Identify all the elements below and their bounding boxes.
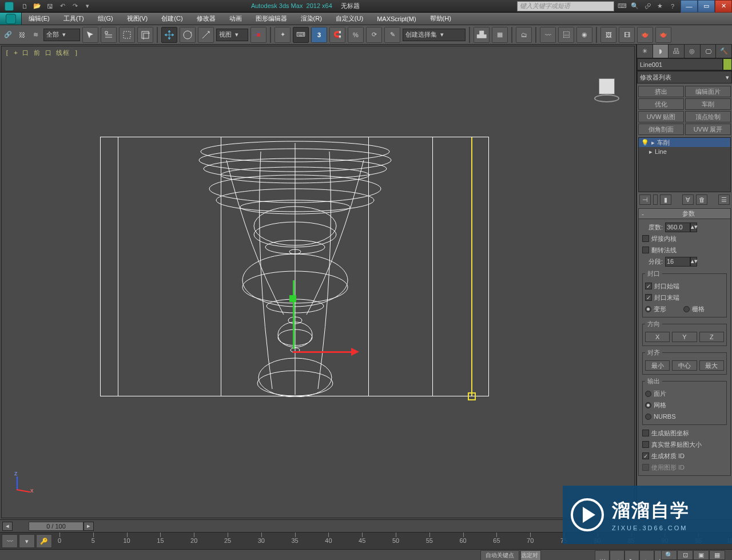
cap-end-checkbox[interactable] bbox=[645, 294, 652, 301]
material-editor-icon[interactable]: ◉ bbox=[576, 27, 592, 43]
display-tab-icon[interactable]: 🖵 bbox=[701, 45, 717, 58]
vertex-handle[interactable] bbox=[468, 392, 476, 400]
object-name-input[interactable] bbox=[637, 58, 723, 70]
menu-maxscript[interactable]: MAXScript(M) bbox=[370, 13, 423, 25]
zoom-icon[interactable]: 🔍 bbox=[661, 550, 677, 560]
select-rotate-icon[interactable] bbox=[180, 27, 196, 43]
cap-start-checkbox[interactable] bbox=[645, 283, 652, 289]
app-icon[interactable] bbox=[2, 1, 16, 12]
menu-create[interactable]: 创建(C) bbox=[154, 13, 189, 25]
play-icon[interactable]: ▶ bbox=[624, 550, 639, 560]
object-color-swatch[interactable] bbox=[723, 58, 732, 70]
flip-normals-checkbox[interactable] bbox=[642, 247, 649, 253]
render-setup-icon[interactable]: 🖼 bbox=[600, 27, 616, 43]
search-input[interactable]: 键入关键字或短语 bbox=[517, 1, 614, 11]
mini-curve-editor-icon[interactable]: 〰 bbox=[2, 534, 18, 548]
qat-new-icon[interactable]: 🗋 bbox=[18, 1, 31, 12]
out-nurbs-radio[interactable] bbox=[645, 414, 651, 420]
viewport[interactable]: [ + 口 前 口 线框 ] bbox=[1, 46, 635, 518]
percent-snap-icon[interactable]: % bbox=[348, 27, 364, 43]
menu-grapheditors[interactable]: 图形编辑器 bbox=[249, 13, 294, 25]
qat-undo-icon[interactable]: ↶ bbox=[56, 1, 69, 12]
communication-icon[interactable]: 🗪 bbox=[642, 1, 653, 12]
qat-redo-icon[interactable]: ↷ bbox=[69, 1, 81, 12]
layer-manager-icon[interactable]: 🗂 bbox=[516, 27, 532, 43]
mod-bevelprofile[interactable]: 倒角剖面 bbox=[638, 124, 684, 135]
cap-grid-radio[interactable] bbox=[683, 306, 690, 312]
gen-map-checkbox[interactable] bbox=[642, 430, 649, 436]
selected-only-combo[interactable]: 选定对 bbox=[520, 550, 541, 560]
time-thumb[interactable]: 0 / 100 bbox=[29, 522, 83, 531]
create-tab-icon[interactable]: ✳ bbox=[637, 45, 653, 58]
align-max-button[interactable]: 最大 bbox=[699, 360, 724, 371]
cap-morph-radio[interactable] bbox=[645, 306, 651, 312]
key-mode-icon[interactable]: 🔑 bbox=[36, 534, 52, 548]
segments-spinner[interactable]: ▴▾ bbox=[665, 257, 697, 267]
rendered-frame-icon[interactable]: 🎞 bbox=[619, 27, 635, 43]
remove-modifier-icon[interactable]: 🗑 bbox=[696, 194, 707, 205]
hierarchy-tab-icon[interactable]: 品 bbox=[669, 45, 685, 58]
bind-spacewarp-icon[interactable]: ≋ bbox=[30, 28, 41, 42]
application-menu-button[interactable] bbox=[0, 13, 22, 25]
utilities-tab-icon[interactable]: 🔨 bbox=[716, 45, 732, 58]
menu-tools[interactable]: 工具(T) bbox=[57, 13, 91, 25]
configure-sets-icon[interactable]: ☰ bbox=[718, 194, 730, 205]
snap-toggle-icon[interactable]: 3 bbox=[311, 27, 327, 43]
window-crossing-icon[interactable] bbox=[137, 27, 153, 43]
pin-stack-icon[interactable]: ⊣ bbox=[639, 194, 651, 205]
spinner-snap-icon[interactable]: ⟳ bbox=[366, 27, 382, 43]
menu-rendering[interactable]: 渲染(R) bbox=[294, 13, 329, 25]
prev-frame-icon[interactable]: ◂ bbox=[610, 550, 624, 560]
select-region-rect-icon[interactable] bbox=[119, 27, 135, 43]
auto-key-button[interactable]: 自动关键点 bbox=[480, 550, 519, 560]
gizmo-y-axis[interactable] bbox=[293, 280, 295, 349]
render-iterative-icon[interactable]: 🫖 bbox=[655, 27, 671, 43]
close-button[interactable]: ✕ bbox=[715, 0, 732, 13]
render-production-icon[interactable]: 🫖 bbox=[637, 27, 653, 43]
link-icon[interactable]: 🔗 bbox=[2, 28, 14, 42]
selection-filter-combo[interactable]: 全部▾ bbox=[43, 29, 80, 41]
mirror-icon[interactable]: ▟▙ bbox=[474, 27, 490, 43]
dir-z-button[interactable]: Z bbox=[699, 332, 724, 342]
filter-icon[interactable]: ▾ bbox=[19, 534, 35, 548]
motion-tab-icon[interactable]: ◎ bbox=[685, 45, 701, 58]
menu-group[interactable]: 组(G) bbox=[91, 13, 120, 25]
select-object-icon[interactable] bbox=[82, 27, 98, 43]
mod-vertexpaint[interactable]: 顶点绘制 bbox=[685, 111, 731, 122]
menu-modifiers[interactable]: 修改器 bbox=[190, 13, 222, 25]
unlink-icon[interactable]: ⛓ bbox=[16, 28, 27, 42]
show-end-result-icon[interactable]: ▮ bbox=[660, 194, 671, 205]
make-unique-icon[interactable]: ∀ bbox=[682, 194, 694, 205]
align-center-button[interactable]: 中心 bbox=[672, 360, 697, 371]
menu-edit[interactable]: 编辑(E) bbox=[22, 13, 57, 25]
dir-x-button[interactable]: X bbox=[645, 332, 670, 342]
minimize-button[interactable]: — bbox=[681, 0, 698, 13]
move-gizmo[interactable] bbox=[293, 297, 361, 366]
modifier-stack[interactable]: 💡 ▸ 车削 ▸ Line bbox=[638, 137, 731, 192]
modify-tab-icon[interactable]: ◗ bbox=[653, 45, 669, 58]
selected-spline[interactable] bbox=[471, 137, 472, 396]
goto-start-icon[interactable]: ⏮ bbox=[595, 550, 610, 560]
zoom-all-icon[interactable]: ⊡ bbox=[677, 550, 693, 560]
degrees-spinner[interactable]: ▴▾ bbox=[665, 223, 697, 232]
align-min-button[interactable]: 最小 bbox=[645, 360, 670, 371]
mod-optimize[interactable]: 优化 bbox=[638, 98, 684, 110]
edit-named-sel-icon[interactable]: ✎ bbox=[384, 27, 400, 43]
align-icon[interactable]: ▦ bbox=[492, 27, 508, 43]
out-patch-radio[interactable] bbox=[645, 391, 651, 397]
schematic-view-icon[interactable]: ⿳ bbox=[558, 27, 574, 43]
menu-customize[interactable]: 自定义(U) bbox=[329, 13, 370, 25]
curve-editor-icon[interactable]: 〰 bbox=[540, 27, 556, 43]
expand-icon[interactable]: ▸ bbox=[651, 139, 655, 146]
gen-mat-checkbox[interactable] bbox=[642, 452, 649, 459]
time-next-icon[interactable]: ▸ bbox=[83, 522, 94, 531]
out-mesh-radio[interactable] bbox=[645, 402, 651, 408]
help-icon[interactable]: ? bbox=[667, 1, 678, 12]
gizmo-x-axis[interactable] bbox=[293, 351, 356, 353]
next-frame-icon[interactable]: ▸ bbox=[639, 550, 654, 560]
select-by-name-icon[interactable] bbox=[101, 27, 117, 43]
angle-snap-icon[interactable]: 🧲 bbox=[329, 27, 345, 43]
modifier-list-combo[interactable]: 修改器列表▾ bbox=[637, 71, 732, 84]
qat-open-icon[interactable]: 📂 bbox=[31, 1, 43, 12]
mod-editpatch[interactable]: 编辑面片 bbox=[685, 86, 731, 97]
